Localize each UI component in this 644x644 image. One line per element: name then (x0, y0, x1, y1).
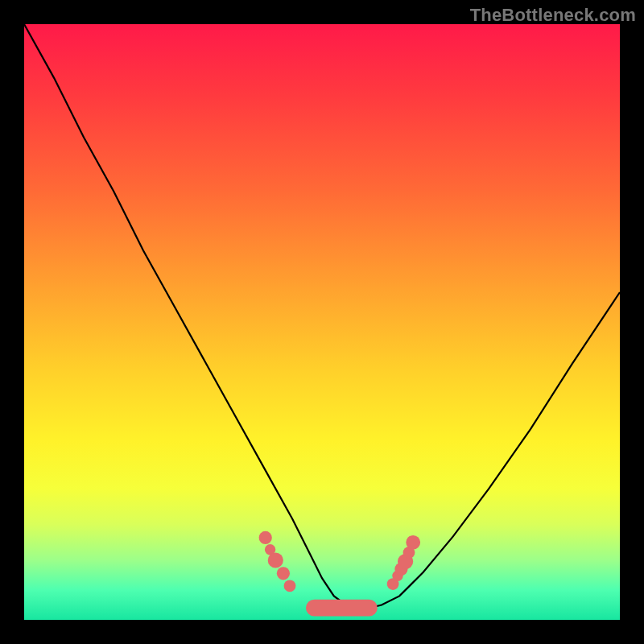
chart-plot-area (24, 24, 620, 620)
curve-markers (259, 531, 420, 592)
valley-pill (306, 600, 378, 617)
curve-marker (284, 580, 296, 592)
curve-marker (268, 552, 283, 568)
watermark-text: TheBottleneck.com (470, 5, 636, 26)
curve-valley-pill (306, 600, 378, 617)
bottleneck-curve-path (24, 24, 620, 608)
curve-marker (406, 535, 420, 550)
curve-marker (277, 567, 290, 580)
curve-marker (259, 531, 272, 544)
bottleneck-curve-svg (24, 24, 620, 620)
